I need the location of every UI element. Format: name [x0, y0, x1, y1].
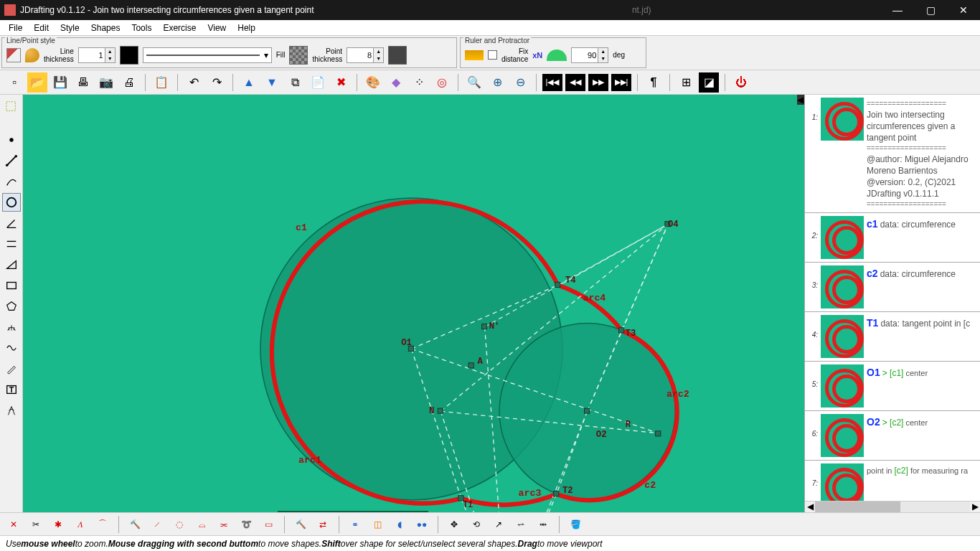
spin-down[interactable]: ▼: [598, 55, 608, 62]
save-as-icon[interactable]: 🖶: [73, 72, 93, 93]
move-icon[interactable]: ✥: [445, 515, 463, 534]
zoom-fit-icon[interactable]: 🔍: [464, 72, 484, 93]
wand-icon[interactable]: ⟋: [148, 515, 166, 534]
two-arcs-icon[interactable]: ⌓: [192, 515, 211, 534]
list-item[interactable]: 7: point in [c2] for measuring ra: [805, 461, 980, 501]
brush-icon[interactable]: [25, 48, 39, 62]
venn-icon[interactable]: ⚭: [346, 515, 364, 534]
subtract-icon[interactable]: ◖: [390, 515, 409, 534]
pencil-tool-icon[interactable]: [2, 359, 21, 378]
target-tool-icon[interactable]: ◎: [432, 72, 452, 93]
cross-icon[interactable]: ✕: [4, 515, 23, 534]
camera-icon[interactable]: 📷: [96, 72, 116, 93]
compass-tool-icon[interactable]: [2, 401, 21, 420]
circle-tool-icon[interactable]: [2, 193, 21, 212]
steps-list[interactable]: 1: =================== Join two intersec…: [805, 95, 980, 501]
next-icon[interactable]: ▶▶: [588, 74, 608, 91]
spiral-icon[interactable]: ➰: [237, 515, 255, 534]
arc-tool-icon[interactable]: [2, 172, 21, 191]
open-file-icon[interactable]: 📂: [27, 72, 47, 93]
xn-label[interactable]: xN: [532, 51, 542, 60]
spin-up[interactable]: ▲: [105, 48, 115, 55]
menu-view[interactable]: View: [202, 22, 232, 34]
compass2-icon[interactable]: 𝛬: [71, 515, 90, 534]
angle-input[interactable]: [572, 51, 598, 60]
line-style-combo[interactable]: ▾: [143, 47, 272, 63]
intersect-icon[interactable]: ✱: [49, 515, 67, 534]
close-button[interactable]: ✕: [947, 0, 980, 20]
delete-icon[interactable]: ✖: [331, 72, 351, 93]
fix-distance-checkbox[interactable]: [488, 50, 497, 60]
grid-icon[interactable]: ⊞: [676, 72, 696, 93]
minimize-button[interactable]: —: [881, 0, 914, 20]
rect-tool-icon[interactable]: [2, 276, 21, 295]
hatch-tool-icon[interactable]: [2, 318, 21, 336]
dashed-rect-icon[interactable]: ▭: [259, 515, 278, 534]
point-tool-icon[interactable]: [2, 131, 21, 149]
line-tool-icon[interactable]: [2, 151, 21, 170]
list-item[interactable]: 4: T1 data: tangent point in [c: [805, 312, 980, 362]
line-thickness-spinner[interactable]: ▲▼: [78, 47, 116, 63]
triangle-tool-icon[interactable]: [2, 255, 21, 274]
power-icon[interactable]: ⏻: [731, 72, 751, 93]
point-color-swatch[interactable]: [388, 46, 407, 65]
point-thickness-input[interactable]: [347, 51, 373, 60]
spin-up[interactable]: ▲: [598, 48, 608, 55]
menu-edit[interactable]: Edit: [28, 22, 55, 34]
save-icon[interactable]: 💾: [50, 72, 70, 93]
dashed-circle-icon[interactable]: ◌: [170, 515, 189, 534]
list-item[interactable]: 5: O1 > [c1] center: [805, 362, 980, 411]
zoom-in-icon[interactable]: ⊕: [487, 72, 507, 93]
mirror-h-icon[interactable]: ⥋: [512, 515, 530, 534]
last-icon[interactable]: ▶▶|: [611, 74, 631, 91]
hammer2-icon[interactable]: 🔨: [291, 515, 310, 534]
parallel-tool-icon[interactable]: [2, 235, 21, 253]
hammer-icon[interactable]: 🔨: [126, 515, 144, 534]
launch-icon[interactable]: ↗: [489, 515, 508, 534]
first-icon[interactable]: |◀◀: [542, 74, 562, 91]
scissors-icon[interactable]: ✂: [27, 515, 45, 534]
ruler-icon[interactable]: [465, 50, 484, 60]
canvas-scroll-handle[interactable]: ◀: [797, 95, 804, 105]
bucket-icon[interactable]: 🪣: [566, 515, 585, 534]
contrast-icon[interactable]: ◪: [699, 72, 719, 93]
menu-shapes[interactable]: Shapes: [85, 22, 126, 34]
spin-down[interactable]: ▼: [373, 55, 383, 62]
menu-style[interactable]: Style: [55, 22, 85, 34]
fill-swatch[interactable]: [289, 46, 308, 65]
prev-icon[interactable]: ◀◀: [565, 74, 585, 91]
dots-tool-icon[interactable]: ⁘: [409, 72, 429, 93]
menu-file[interactable]: File: [3, 22, 28, 34]
selection-rect-icon[interactable]: [2, 98, 21, 116]
angle-tool-icon[interactable]: [2, 214, 21, 232]
mirror-v-icon[interactable]: ⥈: [534, 515, 552, 534]
angle-spinner[interactable]: ▲▼: [571, 47, 608, 63]
paste-icon[interactable]: 📋: [151, 72, 171, 93]
spin-down[interactable]: ▼: [105, 55, 115, 62]
copy-icon[interactable]: ⧉: [285, 72, 305, 93]
circles-icon[interactable]: ●●: [413, 515, 431, 534]
pilcrow-icon[interactable]: ¶: [644, 72, 664, 93]
menu-tools[interactable]: Tools: [126, 22, 157, 34]
move-down-icon[interactable]: ▼: [262, 72, 282, 93]
flip-icon[interactable]: ⇄: [314, 515, 332, 534]
point-thickness-spinner[interactable]: ▲▼: [347, 47, 384, 63]
text-tool-icon[interactable]: T: [2, 380, 21, 399]
arc-red-icon[interactable]: ⌒: [93, 515, 112, 534]
color-tool-icon[interactable]: 🎨: [363, 72, 383, 93]
polygon-tool-icon[interactable]: [2, 297, 21, 316]
curve-tool-icon[interactable]: [2, 339, 21, 357]
line-color-swatch[interactable]: [120, 46, 138, 65]
rotate-icon[interactable]: ⟲: [467, 515, 486, 534]
eyedropper-icon[interactable]: [6, 48, 21, 62]
line-thickness-input[interactable]: [79, 51, 105, 60]
menu-exercise[interactable]: Exercise: [157, 22, 202, 34]
properties-icon[interactable]: 📄: [308, 72, 328, 93]
redo-icon[interactable]: ↷: [207, 72, 227, 93]
overlap-rect-icon[interactable]: ◫: [368, 515, 387, 534]
spin-up[interactable]: ▲: [373, 48, 383, 55]
undo-icon[interactable]: ↶: [184, 72, 204, 93]
maximize-button[interactable]: ▢: [914, 0, 947, 20]
shape-tool-icon[interactable]: ◆: [386, 72, 406, 93]
zoom-out-icon[interactable]: ⊖: [510, 72, 530, 93]
